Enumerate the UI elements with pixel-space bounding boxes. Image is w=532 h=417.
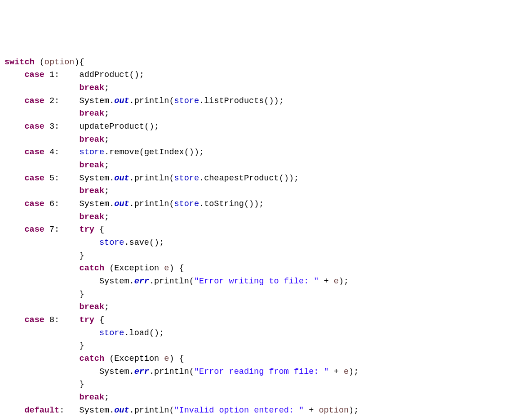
code-text: ; — [104, 109, 109, 118]
code-text: } — [4, 380, 84, 389]
code-kw: break — [80, 393, 105, 402]
code-var: e — [334, 277, 339, 286]
code-kw: try — [80, 315, 94, 325]
code-text: 2: System. — [44, 96, 114, 106]
code-text: (Exception — [104, 264, 164, 273]
code-stat: out — [114, 406, 129, 415]
code-kw: break — [80, 109, 105, 118]
code-text: .remove(getIndex()); — [104, 148, 204, 157]
code-text: ); — [349, 367, 359, 377]
code-kw: case — [24, 174, 44, 183]
code-text — [4, 148, 24, 157]
code-text: 6: System. — [44, 199, 114, 209]
code-text: ); — [349, 406, 359, 415]
code-text: (Exception — [104, 354, 164, 363]
code-text: 8: — [44, 315, 80, 325]
code-text — [4, 174, 24, 183]
code-str: "Error reading from file: " — [194, 367, 329, 377]
code-stat: out — [114, 174, 129, 183]
code-text: } — [4, 251, 84, 260]
code-text — [4, 406, 24, 415]
code-kw: switch — [4, 58, 35, 67]
code-text: ( — [35, 58, 44, 67]
code-text — [4, 135, 80, 144]
code-fld: store — [174, 199, 200, 209]
code-text: ; — [104, 161, 109, 170]
code-kw: case — [24, 96, 44, 106]
code-fld: store — [99, 238, 124, 247]
code-text: } — [4, 341, 84, 350]
code-text: ; — [104, 393, 109, 402]
code-stat: out — [114, 96, 129, 106]
code-text: 1: addProduct(); — [44, 70, 144, 80]
code-str: "Invalid option entered: " — [174, 406, 304, 415]
code-text: .cheapestProduct()); — [199, 174, 299, 183]
code-text: ); — [339, 277, 349, 286]
code-text: : System. — [59, 406, 114, 415]
code-kw: break — [80, 212, 105, 222]
code-text: .println( — [149, 367, 194, 377]
code-text: .println( — [129, 406, 174, 415]
code-kw: case — [24, 70, 44, 80]
code-text — [4, 315, 24, 325]
code-kw: break — [80, 186, 105, 196]
code-text — [4, 238, 99, 247]
code-text — [4, 264, 80, 273]
code-text: ; — [104, 135, 109, 144]
code-text: .println( — [129, 96, 174, 106]
code-text — [4, 109, 80, 118]
code-var: option — [319, 406, 349, 415]
code-text — [4, 328, 99, 338]
code-kw: break — [80, 302, 105, 312]
code-text: .println( — [149, 277, 194, 286]
code-text: + — [329, 367, 344, 377]
code-text: .load(); — [124, 328, 164, 338]
code-kw: break — [80, 135, 105, 144]
code-text: ; — [104, 212, 109, 222]
code-text: System. — [4, 367, 134, 377]
code-text: 5: System. — [44, 174, 114, 183]
code-kw: catch — [80, 264, 105, 273]
code-text — [4, 225, 24, 234]
code-text: System. — [4, 277, 134, 286]
code-kw: catch — [80, 354, 105, 363]
code-text — [4, 83, 80, 93]
code-var: e — [164, 354, 169, 363]
code-text: + — [304, 406, 319, 415]
code-text: { — [94, 315, 104, 325]
code-stat: err — [134, 367, 149, 377]
code-kw: default — [24, 406, 59, 415]
code-text: .listProducts()); — [199, 96, 284, 106]
code-stat: out — [114, 199, 129, 209]
code-text — [4, 70, 24, 80]
code-var: e — [164, 264, 169, 273]
code-str: "Error writing to file: " — [194, 277, 319, 286]
code-text: .println( — [129, 199, 174, 209]
code-text: ; — [104, 83, 109, 93]
code-text — [4, 354, 80, 363]
code-kw: try — [80, 225, 94, 234]
code-text — [4, 186, 80, 196]
code-text — [4, 96, 24, 106]
code-text — [4, 161, 80, 170]
code-text: 3: updateProduct(); — [44, 122, 159, 131]
code-block: switch (option){ case 1: addProduct(); b… — [4, 56, 528, 417]
code-text — [4, 393, 80, 402]
code-fld: store — [174, 96, 200, 106]
code-text: .toString()); — [199, 199, 264, 209]
code-text: + — [319, 277, 333, 286]
code-kw: break — [80, 83, 105, 93]
code-text: .save(); — [124, 238, 164, 247]
code-text — [4, 302, 80, 312]
code-var: e — [344, 367, 349, 377]
code-kw: case — [24, 199, 44, 209]
code-stat: err — [134, 277, 149, 286]
code-text — [4, 199, 24, 209]
code-text: ){ — [74, 58, 84, 67]
code-text: ) { — [169, 264, 184, 273]
code-text: 7: — [44, 225, 80, 234]
code-kw: case — [24, 225, 44, 234]
code-text: ) { — [169, 354, 184, 363]
code-fld: store — [99, 328, 124, 338]
code-kw: case — [24, 122, 44, 131]
